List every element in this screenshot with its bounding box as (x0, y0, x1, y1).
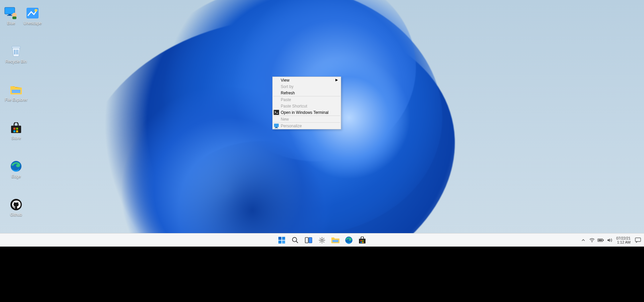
svg-rect-4 (12, 16, 16, 19)
ctx-label: Refresh (281, 91, 295, 95)
svg-rect-22 (278, 241, 281, 244)
svg-rect-18 (275, 127, 277, 128)
svg-rect-20 (278, 237, 281, 240)
svg-rect-8 (12, 90, 20, 93)
desktop-icon-label: Edge (11, 174, 21, 179)
svg-rect-11 (16, 128, 18, 130)
windows-logo-icon (278, 236, 286, 244)
sound-icon (607, 238, 612, 243)
ctx-item-open-terminal[interactable]: Open in Windows Terminal (273, 109, 341, 116)
chevron-up-icon (581, 238, 585, 242)
wifi-icon (589, 238, 595, 243)
ctx-label: Open in Windows Terminal (281, 110, 329, 115)
ctx-label: Sort by (281, 84, 293, 89)
chevron-right-icon: ▶ (335, 78, 338, 82)
desktop-icon-label: Unescape (23, 21, 42, 26)
svg-rect-16 (274, 110, 279, 115)
desktop-icons-column: Blue Unescape Recycle Bin File Explorer … (3, 6, 34, 236)
svg-rect-40 (635, 238, 641, 242)
ctx-item-new[interactable]: New (273, 116, 341, 122)
ctx-label: Paste Shortcut (281, 104, 307, 109)
desktop-icon-file-explorer[interactable]: File Explorer (3, 83, 29, 115)
taskbar: 07/22/21 1:12 AM (0, 233, 644, 247)
svg-rect-2 (7, 15, 12, 16)
store-button[interactable] (357, 235, 368, 246)
settings-button[interactable] (317, 235, 327, 246)
edge-icon (8, 159, 24, 173)
taskbar-center (276, 233, 368, 247)
svg-rect-27 (309, 238, 312, 243)
desktop-icon-label: Blue (7, 21, 15, 26)
ctx-item-refresh[interactable]: Refresh (273, 90, 341, 96)
store-icon (358, 236, 366, 244)
desktop-icon-label: Store (11, 136, 21, 140)
show-hidden-icons-button[interactable] (580, 237, 587, 244)
desktop-icon-label: Github (10, 212, 22, 217)
svg-rect-34 (361, 242, 362, 243)
ctx-item-view[interactable]: View ▶ (273, 77, 341, 83)
notifications-button[interactable] (634, 236, 642, 244)
github-icon (8, 198, 24, 212)
system-tray: 07/22/21 1:12 AM (580, 233, 642, 247)
desktop-context-menu: View ▶ Sort by Refresh Paste Paste Short… (272, 77, 341, 129)
start-button[interactable] (276, 235, 287, 246)
file-explorer-button[interactable] (330, 235, 341, 246)
monitor-icon (274, 123, 279, 128)
ctx-item-sort-by[interactable]: Sort by (273, 83, 341, 90)
edge-icon (345, 236, 353, 244)
svg-rect-23 (282, 241, 285, 244)
desktop-icon-recycle-bin[interactable]: Recycle Bin (3, 44, 29, 77)
recycle-bin-icon (8, 44, 24, 58)
desktop-icon-label: Recycle Bin (5, 59, 26, 64)
ctx-item-paste-shortcut[interactable]: Paste Shortcut (273, 103, 341, 109)
task-view-button[interactable] (303, 235, 314, 246)
battery-icon (597, 238, 604, 242)
sound-status[interactable] (606, 237, 613, 244)
folder-icon (331, 236, 340, 244)
svg-rect-39 (598, 240, 602, 241)
svg-rect-17 (274, 124, 279, 127)
tray-time: 1:12 AM (616, 240, 631, 244)
desktop-icon-github[interactable]: Github (3, 198, 29, 230)
notifications-icon (635, 238, 641, 243)
wifi-status[interactable] (589, 237, 595, 244)
svg-rect-26 (305, 238, 308, 243)
desktop-icon-store[interactable]: Store (3, 121, 29, 153)
monitor-user-icon (3, 6, 19, 20)
ctx-item-personalize[interactable]: Personalize (273, 123, 341, 129)
svg-point-6 (35, 9, 37, 12)
svg-line-25 (296, 241, 298, 243)
svg-rect-33 (362, 240, 364, 241)
terminal-icon (274, 110, 279, 115)
gear-icon (318, 236, 326, 244)
svg-point-24 (292, 237, 297, 242)
ctx-label: Personalize (281, 124, 302, 128)
taskview-icon (305, 236, 313, 244)
store-icon (8, 121, 24, 135)
svg-rect-32 (361, 240, 362, 241)
taskbar-clock[interactable]: 07/22/21 1:12 AM (615, 236, 632, 244)
svg-rect-35 (362, 242, 364, 243)
svg-rect-1 (8, 14, 11, 15)
app-tile-icon (25, 6, 40, 20)
svg-point-28 (321, 239, 323, 241)
below-viewport-filler (0, 247, 644, 302)
svg-rect-7 (12, 46, 20, 48)
desktop-icon-edge[interactable]: Edge (3, 159, 29, 191)
search-button[interactable] (290, 235, 301, 246)
tray-date: 07/22/21 (616, 236, 631, 240)
folder-icon (8, 83, 24, 97)
desktop-icon-blue[interactable]: Blue (3, 6, 19, 38)
svg-rect-19 (275, 128, 278, 128)
svg-rect-38 (603, 240, 604, 241)
battery-status[interactable] (597, 237, 604, 244)
ctx-label: View (281, 78, 289, 83)
svg-point-36 (592, 241, 592, 242)
ctx-item-paste[interactable]: Paste (273, 96, 341, 103)
edge-button[interactable] (343, 235, 354, 246)
desktop-icon-unescape[interactable]: Unescape (23, 6, 42, 38)
svg-rect-12 (13, 130, 15, 132)
svg-rect-29 (332, 240, 338, 242)
svg-rect-13 (16, 130, 18, 132)
svg-rect-21 (282, 237, 285, 240)
